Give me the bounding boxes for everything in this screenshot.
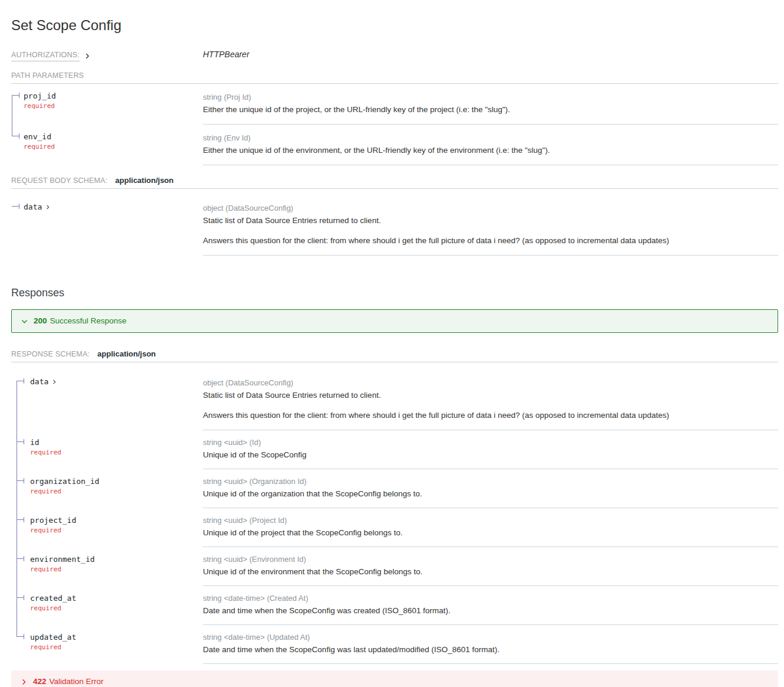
field-type: string <uuid> (Organization Id) <box>203 476 778 487</box>
tree-tick-line <box>24 634 24 639</box>
tree-branch-line <box>17 441 24 442</box>
required-badge: required <box>30 565 197 574</box>
field-name: environment_id <box>30 555 95 564</box>
response-schema-header: RESPONSE SCHEMA: application/json <box>11 349 778 359</box>
field-description: Unique id of the ScopeConfig <box>203 449 778 461</box>
field-name-cell: organization_id required <box>11 469 203 508</box>
required-badge: required <box>30 643 197 652</box>
tree-vertical-line <box>17 508 17 547</box>
tree-branch-line <box>12 206 19 207</box>
field-detail-cell: object (DataSourceConfig) Static list of… <box>203 195 778 256</box>
chevron-right-icon <box>20 678 28 686</box>
tree-tick-line <box>19 93 19 98</box>
field-name-cell: env_id required <box>11 125 203 165</box>
request-content-type: application/json <box>115 176 173 185</box>
tree-tick-line <box>24 595 24 600</box>
field-detail-cell: string <uuid> (Id) Unique id of the Scop… <box>203 430 778 469</box>
field-name: proj_id <box>24 91 56 101</box>
field-type: string <uuid> (Environment Id) <box>203 554 778 565</box>
field-name-cell: data <box>11 369 203 430</box>
field-name-cell: data <box>11 195 203 256</box>
field-description: Static list of Data Source Entries retur… <box>203 215 778 227</box>
field-name: data <box>24 202 42 212</box>
tree-vertical-line <box>17 586 17 625</box>
field-name: data <box>30 377 48 387</box>
tree-tick-line <box>24 378 24 384</box>
authorizations-toggle[interactable]: AUTHORIZATIONS: <box>11 51 203 61</box>
field-type: string <uuid> (Project Id) <box>203 515 778 526</box>
response-schema-label: RESPONSE SCHEMA: <box>11 349 90 359</box>
tree-branch-line <box>12 95 19 96</box>
field-name-cell: environment_id required <box>11 547 203 586</box>
path-parameters-header: PATH PARAMETERS <box>11 71 778 80</box>
section-divider <box>11 188 778 189</box>
field-type: object (DataSourceConfig) <box>203 202 778 214</box>
tree-branch-line <box>17 558 24 559</box>
field-type: object (DataSourceConfig) <box>203 377 778 388</box>
response-content-type: application/json <box>97 349 156 358</box>
field-detail-cell: string <date-time> (Created At) Date and… <box>203 586 778 625</box>
field-name-cell: created_at required <box>11 586 203 625</box>
field-detail-cell: string <date-time> (Updated At) Date and… <box>203 625 778 664</box>
field-description: Unique id of the project that the ScopeC… <box>203 527 778 539</box>
field-name: organization_id <box>30 477 99 486</box>
tree-branch-line <box>17 381 24 381</box>
tree-branch-line <box>17 636 24 637</box>
field-name-expandable[interactable]: data <box>24 202 51 212</box>
field-type: string <date-time> (Created At) <box>203 593 778 604</box>
field-detail-cell: string (Proj Id) Either the unique id of… <box>203 84 778 125</box>
field-description: Date and time when the ScopeConfig was l… <box>203 644 778 656</box>
response-status-code: 422 <box>33 676 47 687</box>
tree-vertical-line <box>12 95 12 125</box>
field-name-cell: proj_id required <box>11 84 203 125</box>
required-badge: required <box>30 526 197 535</box>
path-parameters-label: PATH PARAMETERS <box>11 71 84 80</box>
section-divider <box>11 362 778 362</box>
field-name-cell: id required <box>11 430 203 469</box>
field-detail-cell: object (DataSourceConfig) Static list of… <box>203 369 778 430</box>
operation-doc: Set Scope Config AUTHORIZATIONS: HTTPBea… <box>0 17 784 687</box>
field-type: string (Proj Id) <box>203 91 778 103</box>
required-badge: required <box>30 449 197 457</box>
response-status-label: Successful Response <box>50 316 127 326</box>
response-422-toggle[interactable]: 422 Validation Error <box>11 670 778 687</box>
required-badge: required <box>30 488 197 496</box>
tree-tick-line <box>24 478 24 483</box>
tree-branch-line <box>17 480 24 481</box>
chevron-down-icon <box>21 318 28 325</box>
response-200-toggle[interactable]: 200 Successful Response <box>11 309 778 333</box>
field-type: string <uuid> (Id) <box>203 437 778 448</box>
authorizations-label: AUTHORIZATIONS: <box>11 51 80 61</box>
path-parameters-table: proj_id required string (Proj Id) Either… <box>11 84 778 165</box>
responses-heading: Responses <box>11 286 778 299</box>
tree-tick-line <box>24 439 24 444</box>
field-type: string <date-time> (Updated At) <box>203 632 778 643</box>
response-schema-table: data object (DataSourceConfig) Static li… <box>11 369 778 664</box>
field-description: Unique id of the organization that the S… <box>203 488 778 500</box>
response-status-label: Validation Error <box>50 676 104 687</box>
field-name-expandable[interactable]: data <box>30 377 57 387</box>
field-description: Static list of Data Source Entries retur… <box>203 390 778 401</box>
field-detail-cell: string <uuid> (Environment Id) Unique id… <box>203 547 778 586</box>
tree-branch-line <box>17 597 24 598</box>
tree-branch-line <box>12 136 19 136</box>
field-description: Answers this question for the client: fr… <box>203 410 778 421</box>
field-name: project_id <box>30 516 76 525</box>
field-description: Either the unique id of the environment,… <box>203 145 778 156</box>
tree-tick-line <box>24 517 24 522</box>
page-title: Set Scope Config <box>11 17 778 34</box>
tree-tick-line <box>24 556 24 561</box>
tree-tick-line <box>19 204 19 209</box>
field-type: string (Env Id) <box>203 132 778 143</box>
required-badge: required <box>24 143 197 151</box>
response-status-code: 200 <box>34 316 47 326</box>
field-name-cell: updated_at required <box>11 625 203 664</box>
field-name: id <box>30 438 40 447</box>
tree-vertical-line <box>17 381 17 430</box>
field-description: Date and time when the ScopeConfig was c… <box>203 605 778 617</box>
field-name: updated_at <box>30 633 76 642</box>
tree-vertical-line <box>17 547 17 586</box>
field-name: env_id <box>24 132 51 142</box>
tree-branch-line <box>17 519 24 520</box>
field-name-cell: project_id required <box>11 508 203 547</box>
